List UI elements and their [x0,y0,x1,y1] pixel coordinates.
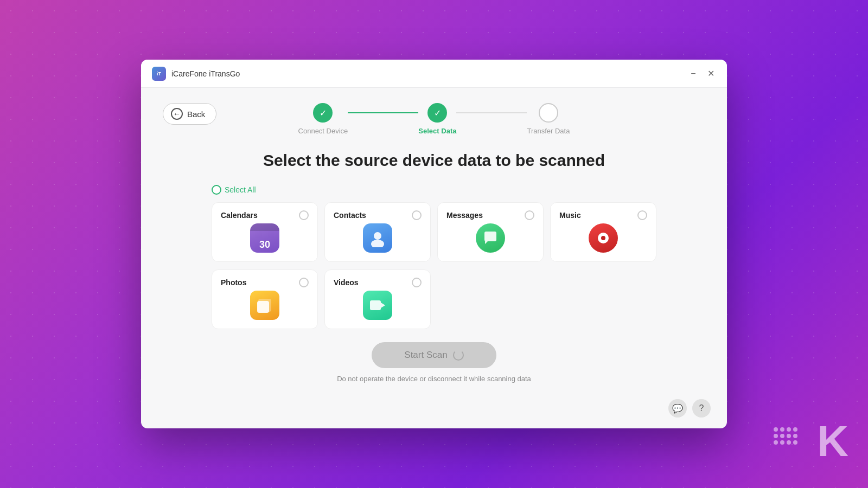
select-all-label: Select All [225,185,256,194]
data-card-messages[interactable]: Messages [437,202,544,262]
step-select-circle: ✓ [427,103,447,123]
titlebar-left: iT iCareFone iTransGo [152,67,240,81]
watermark-dots [774,427,797,445]
data-card-contacts[interactable]: Contacts [324,202,431,262]
card-label-messages: Messages [446,211,483,220]
card-label-contacts: Contacts [334,211,366,220]
select-all-button[interactable]: Select All [212,185,256,195]
svg-rect-3 [257,301,269,313]
card-radio-contacts[interactable] [412,210,422,220]
close-button[interactable]: ✕ [705,68,716,79]
watermark-k: K [817,416,846,466]
data-grid-row2: Photos Videos [212,269,656,329]
card-top-music: Music [559,210,647,220]
card-icon-calendars: 30 [221,223,309,253]
card-radio-music[interactable] [637,210,647,220]
page-heading: Select the source device data to be scan… [263,151,605,170]
progress-stepper: ✓ Connect Device ✓ Select Data Transfer … [298,103,570,135]
svg-point-1 [371,240,384,247]
svg-point-0 [374,232,381,240]
card-label-photos: Photos [221,278,246,287]
card-icon-videos [334,291,422,320]
videos-icon [363,291,392,320]
data-grid-row1: Calendars 30 Contacts [212,202,656,262]
connector-2 [456,112,527,113]
data-card-calendars[interactable]: Calendars 30 [212,202,318,262]
chat-button[interactable]: 💬 [668,399,687,418]
step-connect-label: Connect Device [298,127,348,135]
card-top-videos: Videos [334,278,422,287]
svg-rect-4 [370,300,381,310]
card-icon-contacts [334,223,422,253]
back-button[interactable]: ← Back [163,103,216,125]
card-label-calendars: Calendars [221,211,258,220]
card-label-music: Music [559,211,581,220]
card-top-calendars: Calendars [221,210,309,220]
back-label: Back [187,110,205,119]
step-select-label: Select Data [418,127,456,135]
messages-icon [476,223,505,253]
card-icon-photos [221,291,309,320]
step-transfer: Transfer Data [527,103,570,135]
main-window: iT iCareFone iTransGo − ✕ ← Back ✓ Conne… [141,60,727,428]
data-card-music[interactable]: Music [550,202,656,262]
card-radio-calendars[interactable] [299,210,309,220]
step-transfer-circle [539,103,558,123]
card-top-contacts: Contacts [334,210,422,220]
card-icon-music [559,223,647,253]
card-radio-videos[interactable] [412,278,422,287]
start-scan-button[interactable]: Start Scan [372,342,496,368]
music-icon [589,223,618,253]
data-card-photos[interactable]: Photos [212,269,318,329]
photos-icon [250,291,279,320]
step-connect-circle: ✓ [313,103,333,123]
contacts-icon [363,223,392,253]
minimize-button[interactable]: − [688,68,699,79]
titlebar-controls: − ✕ [688,68,716,79]
titlebar: iT iCareFone iTransGo − ✕ [141,60,727,88]
step-connect: ✓ Connect Device [298,103,348,135]
connector-1 [348,112,418,113]
app-title: iCareFone iTransGo [171,69,240,78]
app-icon: iT [152,67,166,81]
scan-spinner-icon [453,350,464,361]
card-radio-photos[interactable] [299,278,309,287]
card-top-messages: Messages [446,210,534,220]
step-select: ✓ Select Data [418,103,456,135]
select-all-radio [212,185,221,195]
scan-hint: Do not operate the device or disconnect … [337,375,531,383]
card-icon-messages [446,223,534,253]
help-button[interactable]: ? [692,399,711,418]
back-circle-icon: ← [171,108,183,120]
card-top-photos: Photos [221,278,309,287]
card-radio-messages[interactable] [525,210,534,220]
start-scan-label: Start Scan [404,350,447,361]
bottom-bar: 💬 ? [668,399,711,418]
step-transfer-label: Transfer Data [527,127,570,135]
card-label-videos: Videos [334,278,359,287]
calendar-icon: 30 [250,223,279,253]
svg-marker-5 [381,303,385,308]
content-area: ← Back ✓ Connect Device ✓ Select Data Tr… [141,88,727,428]
select-all-row: Select All [212,185,656,195]
data-card-videos[interactable]: Videos [324,269,431,329]
